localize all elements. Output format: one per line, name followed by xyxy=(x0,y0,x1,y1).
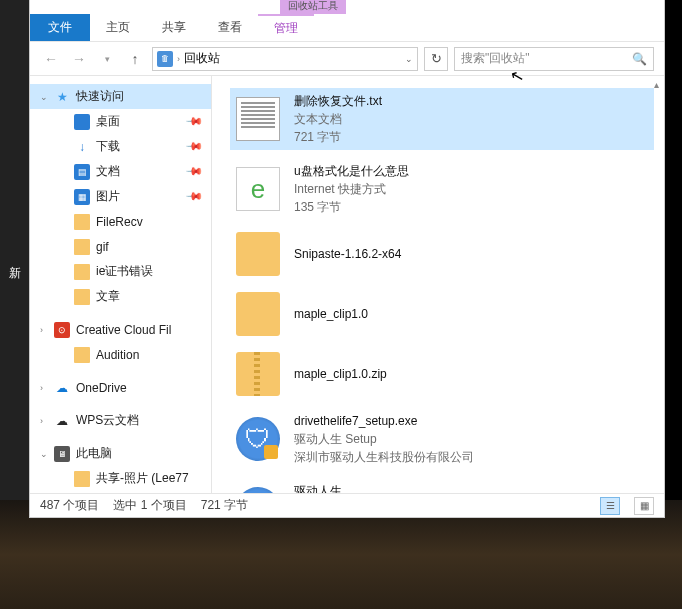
explorer-window: 回收站工具 文件 主页 共享 查看 管理 ← → ▾ ↑ 🗑 › 回收站 ⌄ ↻… xyxy=(30,0,664,517)
sidebar-item-label: FileRecv xyxy=(96,215,143,229)
folder-icon xyxy=(74,347,90,363)
chevron-right-icon: › xyxy=(177,54,180,64)
refresh-button[interactable]: ↻ xyxy=(424,47,448,71)
sidebar-documents[interactable]: ▤ 文档 📌 xyxy=(30,159,211,184)
sidebar-item-label: WPS云文档 xyxy=(76,412,139,429)
sidebar-ie-cert[interactable]: ie证书错误 xyxy=(30,259,211,284)
file-name: 驱动人生 xyxy=(294,482,342,493)
wps-icon: ☁ xyxy=(54,413,70,429)
txt-thumb-icon xyxy=(236,97,280,141)
nav-recent-dropdown[interactable]: ▾ xyxy=(96,48,118,70)
file-item[interactable]: ⚙驱动人生快捷方式1.14 KB xyxy=(230,478,654,493)
star-icon: ★ xyxy=(54,89,70,105)
sidebar-wps[interactable]: › ☁ WPS云文档 xyxy=(30,408,211,433)
nav-back-button[interactable]: ← xyxy=(40,48,62,70)
address-dropdown-icon[interactable]: ⌄ xyxy=(405,54,413,64)
sidebar-item-label: 下载 xyxy=(96,138,120,155)
folder-icon xyxy=(74,264,90,280)
scroll-up-icon[interactable]: ▴ xyxy=(648,76,664,92)
folder-thumb-icon xyxy=(236,232,280,276)
nav-forward-button: → xyxy=(68,48,90,70)
file-name: maple_clip1.0.zip xyxy=(294,365,387,383)
chevron-down-icon: ⌄ xyxy=(40,449,48,459)
sidebar-filerecv[interactable]: FileRecv xyxy=(30,209,211,234)
sidebar-creative-cloud[interactable]: › ⊙ Creative Cloud Fil xyxy=(30,317,211,342)
nav-up-button[interactable]: ↑ xyxy=(124,48,146,70)
document-icon: ▤ xyxy=(74,164,90,180)
sidebar-desktop[interactable]: 桌面 📌 xyxy=(30,109,211,134)
sidebar-this-pc[interactable]: ⌄ 🖥 此电脑 xyxy=(30,441,211,466)
search-input[interactable]: 搜索"回收站" 🔍 xyxy=(454,47,654,71)
file-name: u盘格式化是什么意思 xyxy=(294,162,409,180)
tab-view[interactable]: 查看 xyxy=(202,14,258,41)
file-item[interactable]: maple_clip1.0 xyxy=(230,288,654,340)
sidebar-articles[interactable]: 文章 xyxy=(30,284,211,309)
folder-icon xyxy=(74,214,90,230)
file-type: 文本文档 xyxy=(294,110,382,128)
tab-share[interactable]: 共享 xyxy=(146,14,202,41)
sidebar-audition[interactable]: Audition xyxy=(30,342,211,367)
file-list[interactable]: ▴ 删除恢复文件.txt文本文档721 字节eu盘格式化是什么意思Interne… xyxy=(212,76,664,493)
sidebar-item-label: Audition xyxy=(96,348,139,362)
sidebar-item-label: 桌面 xyxy=(96,113,120,130)
ribbon-context-label: 回收站工具 xyxy=(280,0,346,14)
file-item[interactable]: 🛡drivethelife7_setup.exe驱动人生 Setup深圳市驱动人… xyxy=(230,408,654,470)
onedrive-icon: ☁ xyxy=(54,380,70,396)
file-item[interactable]: Snipaste-1.16.2-x64 xyxy=(230,228,654,280)
recycle-bin-icon: 🗑 xyxy=(157,51,173,67)
file-size: 721 字节 xyxy=(294,128,382,146)
file-name: Snipaste-1.16.2-x64 xyxy=(294,245,401,263)
creative-cloud-icon: ⊙ xyxy=(54,322,70,338)
sidebar-share-photos[interactable]: 共享-照片 (Lee77 xyxy=(30,466,211,491)
pin-icon: 📌 xyxy=(184,112,203,131)
download-icon: ↓ xyxy=(74,139,90,155)
tab-file[interactable]: 文件 xyxy=(30,14,90,41)
file-name: 删除恢复文件.txt xyxy=(294,92,382,110)
status-item-count: 487 个项目 xyxy=(40,497,99,514)
file-meta: 驱动人生快捷方式1.14 KB xyxy=(294,482,342,493)
sidebar-pictures[interactable]: ▦ 图片 📌 xyxy=(30,184,211,209)
status-selected-size: 721 字节 xyxy=(201,497,248,514)
address-bar[interactable]: 🗑 › 回收站 ⌄ xyxy=(152,47,418,71)
file-item[interactable]: eu盘格式化是什么意思Internet 快捷方式135 字节 xyxy=(230,158,654,220)
sidebar-onedrive[interactable]: › ☁ OneDrive xyxy=(30,375,211,400)
tab-home[interactable]: 主页 xyxy=(90,14,146,41)
file-item[interactable]: maple_clip1.0.zip xyxy=(230,348,654,400)
file-type: 驱动人生 Setup xyxy=(294,430,474,448)
view-details-button[interactable]: ☰ xyxy=(600,497,620,515)
ribbon-contextual-row: 回收站工具 xyxy=(30,0,664,14)
chevron-down-icon: ⌄ xyxy=(40,92,48,102)
navigation-pane[interactable]: ⌄ ★ 快速访问 桌面 📌 ↓ 下载 📌 ▤ 文档 📌 ▦ 图片 xyxy=(30,76,212,493)
sidebar-item-label: 文章 xyxy=(96,288,120,305)
file-meta: maple_clip1.0.zip xyxy=(294,365,387,383)
file-meta: u盘格式化是什么意思Internet 快捷方式135 字节 xyxy=(294,162,409,216)
sidebar-item-label: OneDrive xyxy=(76,381,127,395)
search-icon: 🔍 xyxy=(632,52,647,66)
sidebar-gif[interactable]: gif xyxy=(30,234,211,259)
file-name: maple_clip1.0 xyxy=(294,305,368,323)
folder-thumb-icon xyxy=(236,292,280,336)
file-meta: Snipaste-1.16.2-x64 xyxy=(294,245,401,263)
zip-thumb-icon xyxy=(236,352,280,396)
sidebar-quick-access[interactable]: ⌄ ★ 快速访问 xyxy=(30,84,211,109)
folder-icon xyxy=(74,471,90,487)
sidebar-item-label: 共享-照片 (Lee77 xyxy=(96,470,189,487)
status-bar: 487 个项目 选中 1 个项目 721 字节 ☰ ▦ xyxy=(30,493,664,517)
sidebar-item-label: gif xyxy=(96,240,109,254)
folder-icon xyxy=(74,239,90,255)
status-selected-count: 选中 1 个项目 xyxy=(113,497,186,514)
view-icons-button[interactable]: ▦ xyxy=(634,497,654,515)
sidebar-item-label: ie证书错误 xyxy=(96,263,153,280)
ribbon-tabs: 文件 主页 共享 查看 管理 xyxy=(30,14,664,42)
desktop-left-strip: 新 xyxy=(0,0,30,517)
sidebar-downloads[interactable]: ↓ 下载 📌 xyxy=(30,134,211,159)
chevron-right-icon: › xyxy=(40,325,43,335)
chevron-right-icon: › xyxy=(40,416,43,426)
pin-icon: 📌 xyxy=(184,187,203,206)
file-meta: 删除恢复文件.txt文本文档721 字节 xyxy=(294,92,382,146)
tab-manage[interactable]: 管理 xyxy=(258,14,314,41)
file-item[interactable]: 删除恢复文件.txt文本文档721 字节 xyxy=(230,88,654,150)
search-placeholder: 搜索"回收站" xyxy=(461,50,530,67)
file-meta: drivethelife7_setup.exe驱动人生 Setup深圳市驱动人生… xyxy=(294,412,474,466)
file-size: 深圳市驱动人生科技股份有限公司 xyxy=(294,448,474,466)
